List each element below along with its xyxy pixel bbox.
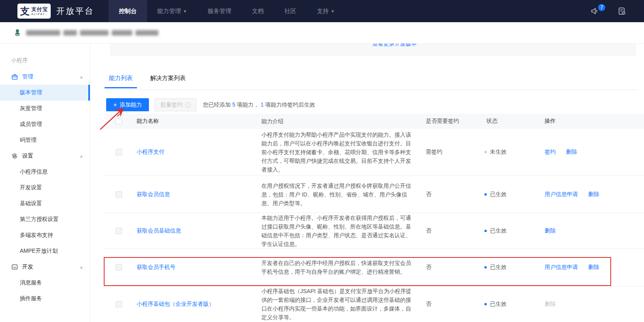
main-content: 查看更多开发版本 能力列表解决方案列表 + 添加能力 批量签约 ! 您已经添加 … xyxy=(90,44,644,322)
capability-description: 小程序支付能力为帮助小程序产品中实现支付的能力。接入该能力后，用户可以在小程序内… xyxy=(258,130,422,174)
version-panel-collapsed: 查看更多开发版本 xyxy=(110,44,636,56)
gear-icon xyxy=(11,153,18,159)
tab-divider xyxy=(105,90,638,90)
tab-能力列表[interactable]: 能力列表 xyxy=(105,74,137,88)
status-dot xyxy=(484,303,487,305)
status-text: 未生效 xyxy=(490,149,507,156)
status-dot xyxy=(484,230,487,232)
sidebar-item-消息服务[interactable]: 消息服务 xyxy=(0,275,90,291)
nav-item-社区[interactable]: 社区 xyxy=(274,0,307,22)
row-checkbox[interactable] xyxy=(116,149,122,155)
sidebar-item-插件服务[interactable]: 插件服务 xyxy=(0,291,90,307)
tab-解决方案列表[interactable]: 解决方案列表 xyxy=(146,74,190,88)
table-row: 小程序基础包（企业开发者版） 小程序基础包（JSAPI 基础包）是支付宝开放平台… xyxy=(105,286,644,322)
status-dot xyxy=(484,266,487,269)
alipay-logo: 支 支付宝 ALIPAY xyxy=(17,4,51,19)
select-all-checkbox[interactable] xyxy=(116,118,122,124)
sidebar-section-开发[interactable]: 开发▲ xyxy=(0,259,90,275)
plus-icon: + xyxy=(113,101,117,109)
capability-summary: 您已经添加 5 项能力， 1 项能力待签约后生效 xyxy=(203,101,315,109)
row-checkbox[interactable] xyxy=(116,301,122,307)
sidebar-item-AMPE开放计划[interactable]: AMPE开放计划 xyxy=(0,243,90,259)
status-dot xyxy=(484,193,487,196)
capability-description: 小程序基础包（JSAPI 基础包）是支付宝开放平台为小程序提供的一套前端的接口，… xyxy=(258,287,422,322)
nav-item-能力管理[interactable]: 能力管理▼ xyxy=(147,0,197,22)
capability-name-link[interactable]: 小程序支付 xyxy=(137,149,164,155)
navbar-actions: 7 xyxy=(590,6,627,16)
sign-required-value: 否 xyxy=(422,264,483,271)
action-删除[interactable]: 删除 xyxy=(588,264,599,271)
nav-item-控制台[interactable]: 控制台 xyxy=(109,0,147,22)
more-versions-link[interactable]: 查看更多开发版本 xyxy=(372,44,417,48)
row-actions: 删除 xyxy=(541,301,644,308)
action-删除[interactable]: 删除 xyxy=(566,149,577,156)
nav-item-服务管理[interactable]: 服务管理 xyxy=(197,0,242,22)
status-text: 已生效 xyxy=(490,301,507,308)
info-circle-icon: ! xyxy=(185,102,191,108)
action-删除[interactable]: 删除 xyxy=(588,191,599,198)
row-actions: 签约删除 xyxy=(541,149,644,156)
content-tabs: 能力列表解决方案列表 xyxy=(105,74,190,88)
nav-item-支持[interactable]: 支持▼ xyxy=(307,0,345,22)
sidebar-section-设置[interactable]: 设置▲ xyxy=(0,148,90,164)
sidebar-item-小程序信息[interactable]: 小程序信息 xyxy=(0,164,90,180)
capability-name-link[interactable]: 获取会员基础信息 xyxy=(137,227,181,234)
account-bar xyxy=(0,22,644,44)
column-header-name: 能力名称 xyxy=(133,118,258,125)
sidebar-item-多端发布支持[interactable]: 多端发布支持 xyxy=(0,227,90,243)
sidebar-item-码管理[interactable]: 码管理 xyxy=(0,132,90,148)
brand-name-cn: 支付宝 xyxy=(31,7,48,12)
batch-sign-button[interactable]: 批量签约 ! xyxy=(154,98,196,111)
sidebar-item-成员管理[interactable]: 成员管理 xyxy=(0,116,90,132)
account-avatar-icon xyxy=(13,29,21,37)
capability-name-link[interactable]: 获取会员信息 xyxy=(137,191,170,197)
column-header-sign: 是否需要签约 xyxy=(422,118,483,125)
document-clock-icon xyxy=(617,6,627,16)
row-actions: 删除 xyxy=(541,227,644,234)
sign-required-value: 否 xyxy=(422,191,483,198)
briefcase-icon xyxy=(11,74,18,80)
added-count: 5 xyxy=(232,101,235,108)
table-header: 能力名称 能力介绍 是否需要签约 状态 操作 xyxy=(105,114,644,129)
sidebar-item-开发设置[interactable]: 开发设置 xyxy=(0,180,90,196)
action-签约[interactable]: 签约 xyxy=(545,149,556,156)
row-checkbox[interactable] xyxy=(116,264,122,271)
sidebar-item-版本管理[interactable]: 版本管理 xyxy=(0,85,90,101)
status-text: 已生效 xyxy=(490,264,507,271)
records-button[interactable] xyxy=(617,6,627,16)
status-text: 已生效 xyxy=(490,227,507,234)
sign-required-value: 需签约 xyxy=(422,149,483,156)
sidebar-section-管理[interactable]: 管理▲ xyxy=(0,69,90,85)
capability-description: 开发者在自己的小程序中经用户授权后，快速获取支付宝会员手机号信息，用于与自身平台… xyxy=(258,259,422,276)
status-text: 已生效 xyxy=(490,191,507,198)
sidebar: 小程序管理▲版本管理灰度管理成员管理码管理设置▲小程序信息开发设置基础设置第三方… xyxy=(0,44,90,322)
announcements-button[interactable]: 7 xyxy=(590,6,600,16)
sidebar-item-第三方授权设置[interactable]: 第三方授权设置 xyxy=(0,211,90,227)
platform-title: 开放平台 xyxy=(56,6,94,17)
action-用户信息申请[interactable]: 用户信息申请 xyxy=(545,264,578,271)
sign-required-value: 否 xyxy=(422,301,483,308)
row-checkbox[interactable] xyxy=(116,228,122,234)
table-row: 获取会员基础信息 本能力适用于小程序。小程序开发者在获得用户授权后，可通过接口获… xyxy=(105,213,644,249)
table-row: 小程序支付 小程序支付能力为帮助小程序产品中实现支付的能力。接入该能力后，用户可… xyxy=(105,129,644,176)
pending-count: 1 xyxy=(261,101,264,108)
table-row: 获取会员手机号 开发者在自己的小程序中经用户授权后，快速获取支付宝会员手机号信息… xyxy=(105,249,644,286)
action-用户信息申请[interactable]: 用户信息申请 xyxy=(545,191,578,198)
row-checkbox[interactable] xyxy=(116,191,122,198)
capability-description: 在用户授权情况下，开发者通过用户授权令牌获取用户公开信息，包括：用户 ID、昵称… xyxy=(258,181,422,208)
nav-item-文档[interactable]: 文档 xyxy=(242,0,274,22)
action-删除[interactable]: 删除 xyxy=(545,227,556,234)
chevron-up-icon: ▲ xyxy=(79,265,84,269)
brand[interactable]: 支 支付宝 ALIPAY 开放平台 xyxy=(17,4,94,19)
capability-name-link[interactable]: 获取会员手机号 xyxy=(137,264,175,270)
toolbar: + 添加能力 批量签约 ! 您已经添加 5 项能力， 1 项能力待签约后生效 xyxy=(106,98,315,111)
chevron-down-icon: ▼ xyxy=(331,9,335,13)
top-navbar: 支 支付宝 ALIPAY 开放平台 控制台能力管理▼服务管理文档社区支持▼ 7 xyxy=(0,0,644,22)
add-capability-button[interactable]: + 添加能力 xyxy=(106,98,149,111)
capability-name-link[interactable]: 小程序基础包（企业开发者版） xyxy=(137,301,214,307)
account-name-redacted xyxy=(26,30,158,36)
sidebar-item-基础设置[interactable]: 基础设置 xyxy=(0,196,90,211)
row-actions: 用户信息申请删除 xyxy=(541,264,644,271)
column-header-desc: 能力介绍 xyxy=(258,117,422,126)
sidebar-item-灰度管理[interactable]: 灰度管理 xyxy=(0,101,90,116)
